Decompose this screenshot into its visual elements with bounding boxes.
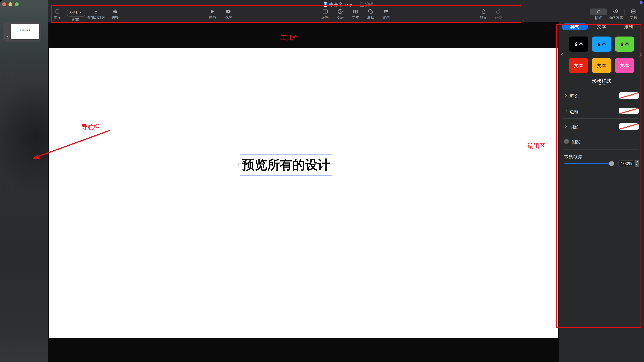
svg-text:字: 字 bbox=[354, 10, 357, 13]
close-window-button[interactable] bbox=[2, 2, 6, 6]
minimize-window-button[interactable] bbox=[8, 2, 12, 6]
style-swatch-green[interactable]: 文本 bbox=[615, 37, 634, 52]
style-swatch-black[interactable]: 文本 bbox=[569, 37, 588, 52]
divider bbox=[563, 134, 639, 134]
toolbar-button-rehearse[interactable]: 预演 bbox=[218, 9, 238, 20]
slide-title-text: 预览所有的设计 bbox=[240, 154, 332, 175]
pie-chart-icon bbox=[337, 9, 343, 15]
reflection-label: 倒影 bbox=[571, 139, 580, 146]
divider bbox=[563, 118, 639, 119]
fill-disclosure-icon[interactable] bbox=[565, 94, 567, 97]
toolbar-label-unlock: 解锁 bbox=[488, 16, 508, 20]
swatch-carousel-prev-icon[interactable] bbox=[560, 52, 564, 57]
table-icon bbox=[322, 9, 328, 15]
fullscreen-window-button[interactable] bbox=[15, 2, 19, 6]
shapes-icon bbox=[368, 9, 374, 15]
selected-text-box[interactable]: 预览所有的设计 bbox=[240, 154, 332, 176]
toolbar-button-add-slide[interactable]: 添加幻灯片 bbox=[85, 9, 107, 20]
slide-canvas[interactable] bbox=[49, 48, 558, 338]
opacity-slider-thumb[interactable] bbox=[609, 161, 614, 166]
divider bbox=[563, 103, 639, 103]
tab-separator bbox=[615, 25, 615, 29]
toolbar-button-media[interactable]: 媒体 bbox=[376, 9, 396, 20]
add-slide-icon bbox=[93, 9, 99, 15]
style-swatch-red[interactable]: 文本 bbox=[569, 58, 588, 73]
adjust-sliders-icon bbox=[112, 9, 118, 15]
slide-navigator-sidebar bbox=[0, 0, 48, 362]
style-swatch-orange[interactable]: 文本 bbox=[592, 58, 611, 73]
opacity-stepper[interactable] bbox=[635, 160, 639, 167]
divider bbox=[563, 174, 639, 174]
shadow-row-label[interactable]: 阴影 bbox=[570, 124, 578, 130]
lock-icon bbox=[481, 9, 486, 15]
opacity-value-field[interactable]: 100% bbox=[618, 160, 634, 167]
stepper-up-icon bbox=[636, 160, 639, 163]
toolbar-label-adjust: 调整 bbox=[105, 16, 125, 20]
zoom-level-value: 84% bbox=[69, 10, 78, 15]
chevron-down-icon bbox=[80, 12, 83, 14]
keynote-window: 未命名.key — 已编辑 显示 84% 缩放 添加幻灯片 调整 bbox=[0, 0, 644, 362]
none-slash-icon bbox=[619, 92, 639, 99]
shadow-disclosure-icon[interactable] bbox=[565, 125, 567, 128]
slide-thumbnail-text: 预览所有的设计 bbox=[11, 29, 39, 31]
sidebar-view-icon bbox=[54, 9, 60, 15]
rehearse-icon bbox=[225, 9, 231, 15]
tab-style[interactable]: 样式 bbox=[562, 24, 588, 30]
border-row-label[interactable]: 边框 bbox=[570, 109, 578, 115]
animate-diamonds-icon bbox=[613, 9, 619, 15]
selection-handle-right[interactable] bbox=[331, 163, 333, 166]
document-edit-status: — 已编辑 bbox=[352, 2, 374, 7]
play-icon bbox=[210, 9, 216, 15]
none-slash-icon bbox=[619, 108, 639, 114]
format-inspector-panel bbox=[559, 22, 644, 362]
toolbar-label-view: 显示 bbox=[48, 16, 67, 20]
toolbar-label-add-slide: 添加幻灯片 bbox=[85, 16, 107, 20]
style-swatch-pink[interactable]: 文本 bbox=[615, 58, 634, 73]
divider bbox=[563, 149, 639, 149]
border-none-swatch[interactable] bbox=[619, 108, 639, 114]
document-setup-icon bbox=[631, 9, 636, 15]
window-title: 未命名.key — 已编辑 bbox=[329, 2, 374, 8]
stepper-down-icon bbox=[636, 164, 639, 166]
zoom-level-dropdown[interactable]: 84% bbox=[67, 9, 85, 17]
toolbar-label-media: 媒体 bbox=[376, 16, 396, 20]
opacity-slider-track[interactable] bbox=[564, 163, 614, 164]
toolbar-button-adjust[interactable]: 调整 bbox=[105, 9, 125, 20]
unlock-icon bbox=[495, 9, 501, 15]
toolbar-button-unlock: 解锁 bbox=[488, 9, 508, 20]
presence-dot bbox=[640, 1, 642, 4]
slide-thumbnail-1[interactable] bbox=[11, 24, 39, 39]
divider bbox=[563, 88, 639, 88]
tab-arrange[interactable]: 排列 bbox=[615, 24, 642, 30]
none-slash-icon bbox=[619, 123, 639, 130]
shadow-none-swatch[interactable] bbox=[619, 123, 639, 130]
toolbar-label-rehearse: 预演 bbox=[218, 16, 238, 20]
toolbar-button-document[interactable]: 文稿 bbox=[624, 9, 643, 20]
fill-row-label[interactable]: 填充 bbox=[570, 93, 578, 99]
selection-handle-left[interactable] bbox=[238, 163, 241, 166]
swatch-carousel-next-icon[interactable] bbox=[638, 52, 642, 57]
carousel-page-dot-active[interactable] bbox=[599, 84, 601, 85]
tab-text[interactable]: 文本 bbox=[588, 24, 615, 30]
toolbar-label-zoom: 缩放 bbox=[67, 17, 84, 22]
keynote-document-icon bbox=[324, 2, 328, 7]
toolbar-button-view[interactable]: 显示 bbox=[48, 9, 67, 20]
opacity-label: 不透明度 bbox=[564, 154, 582, 160]
border-disclosure-icon[interactable] bbox=[565, 109, 567, 113]
document-name: 未命名.key bbox=[329, 2, 352, 7]
style-swatch-blue[interactable]: 文本 bbox=[592, 37, 611, 52]
carousel-page-dot[interactable] bbox=[603, 84, 605, 85]
fill-none-swatch[interactable] bbox=[619, 92, 639, 99]
format-paintbrush-icon bbox=[596, 9, 602, 15]
media-image-icon bbox=[383, 9, 389, 15]
text-box-icon: 字 bbox=[352, 9, 358, 15]
slide-number: 1 bbox=[6, 35, 10, 40]
toolbar-label-document: 文稿 bbox=[624, 16, 643, 20]
shape-style-section-title: 形状样式 bbox=[559, 78, 644, 84]
reflection-checkbox[interactable] bbox=[564, 139, 569, 144]
